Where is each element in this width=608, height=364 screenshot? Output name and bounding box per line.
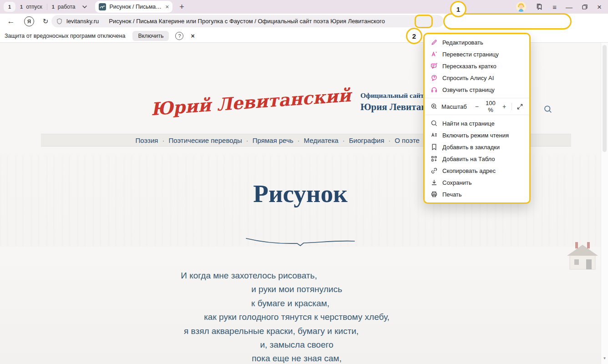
fullscreen-icon[interactable] — [517, 103, 523, 110]
nav-separator: · — [162, 136, 164, 144]
menu-item-label: Включить режим чтения — [442, 132, 509, 139]
menu-item-read-aloud[interactable]: Озвучить страницу — [425, 84, 529, 96]
nav-item-direct-speech[interactable]: Прямая речь — [253, 136, 294, 144]
annotation-marker-1: 1 — [450, 1, 466, 17]
address-toolbar: ← Я ↻ levitansky.ru Рисунок / Письма Кат… — [0, 14, 608, 29]
tab-bar: 1 1 отпуск 1 работа Рисунок / Письма Кат… — [0, 0, 608, 14]
tableau-grid-plus-icon — [431, 155, 438, 162]
nav-item-about[interactable]: О поэте — [395, 136, 420, 144]
active-tab[interactable]: Рисунок / Письма Кате × — [95, 1, 172, 13]
yandex-home-icon[interactable]: Я — [23, 14, 35, 29]
menu-item-label: Редактировать — [442, 39, 483, 46]
tab-group-count: 1 — [52, 4, 55, 10]
poem-line: я взял акварельные краски, бумагу и кист… — [0, 324, 568, 338]
menu-item-label: Перевести страницу — [442, 51, 499, 58]
printer-icon — [431, 191, 438, 198]
browser-actions-menu: Редактировать Перевести страницу Переска… — [423, 33, 531, 204]
tab-group-vacation[interactable]: 1 отпуск — [15, 2, 47, 12]
edit-pencil-icon — [431, 39, 438, 46]
menu-item-label: Скопировать адрес — [442, 167, 496, 174]
reader-mode-icon — [431, 131, 438, 139]
menu-item-find[interactable]: Найти на странице — [425, 117, 529, 129]
tab-group-count: 1 — [20, 4, 23, 10]
menu-item-label: Добавить на Табло — [442, 156, 495, 162]
headphones-icon — [431, 86, 438, 93]
poem-line: пока еще не зная сам, — [0, 352, 593, 364]
translate-icon — [431, 51, 438, 58]
tab-groups-chevron-down-icon[interactable] — [80, 2, 90, 12]
pinned-tab[interactable]: 1 — [4, 2, 15, 12]
menu-item-label: Озвучить страницу — [442, 86, 495, 93]
collections-icon[interactable] — [535, 3, 543, 11]
menu-item-label: Спросить Алису AI — [442, 75, 494, 81]
menu-item-label: Пересказать кратко — [442, 63, 497, 70]
nav-item-translations[interactable]: Поэтические переводы — [168, 136, 242, 144]
page-scrollbar[interactable]: ▼ — [601, 43, 608, 364]
help-icon[interactable]: ? — [175, 32, 183, 40]
menu-item-add-tableau[interactable]: Добавить на Табло — [425, 153, 529, 165]
zoom-in-button[interactable]: + — [502, 103, 507, 110]
enable-protection-button[interactable]: Включить — [132, 31, 169, 41]
zoom-separator — [512, 103, 512, 110]
tab-group-work[interactable]: 1 работа — [47, 2, 80, 12]
address-page-title: Рисунок / Письма Катерине или Прогулка с… — [109, 18, 439, 25]
scrollbar-down-arrow-icon[interactable]: ▼ — [601, 357, 608, 360]
window-restore-icon[interactable] — [582, 4, 588, 10]
scrollbar-thumb[interactable] — [603, 45, 607, 152]
menu-item-save[interactable]: Сохранить — [425, 177, 529, 188]
nav-separator: · — [388, 136, 390, 144]
menu-item-print[interactable]: Печать — [425, 188, 529, 200]
tab-group-label: работа — [58, 4, 76, 10]
ask-alice-chat-icon — [431, 74, 438, 81]
menu-item-label: Найти на странице — [442, 120, 495, 127]
reload-icon[interactable]: ↻ — [39, 14, 52, 29]
nav-item-poetry[interactable]: Поэзия — [135, 136, 158, 144]
nav-separator: · — [343, 136, 345, 144]
menu-item-label: Добавить в закладки — [442, 144, 500, 151]
warning-message: Защита от вредоносных программ отключена — [5, 33, 125, 39]
window-minimize-icon[interactable]: — — [566, 4, 573, 10]
download-icon — [431, 179, 438, 186]
nav-separator: · — [298, 136, 300, 144]
site-search-icon[interactable] — [543, 105, 552, 114]
zoom-out-button[interactable]: − — [474, 103, 480, 110]
annotation-marker-2: 2 — [406, 28, 422, 44]
tab-group-label: отпуск — [26, 4, 42, 10]
active-tab-title: Рисунок / Письма Кате — [109, 4, 162, 10]
menu-zoom-row: Масштаб − 100 % + — [425, 101, 529, 112]
warning-close-icon[interactable]: × — [191, 32, 194, 40]
zoom-label: Масштаб — [441, 103, 467, 110]
window-close-icon[interactable]: × — [597, 3, 602, 11]
menu-item-ask-alice[interactable]: Спросить Алису AI — [425, 72, 529, 84]
back-icon[interactable]: ← — [5, 14, 17, 29]
address-domain: levitansky.ru — [66, 18, 99, 25]
poem-line: И когда мне захотелось рисовать, — [0, 269, 546, 283]
profile-avatar[interactable] — [516, 2, 526, 12]
poem-line: к бумаге и краскам, — [0, 297, 587, 310]
menu-item-copy-address[interactable]: Скопировать адрес — [425, 165, 529, 177]
address-bar[interactable]: levitansky.ru Рисунок / Письма Катерине … — [51, 15, 444, 27]
site-favicon-icon — [99, 3, 106, 10]
menu-item-edit[interactable]: Редактировать — [425, 36, 529, 48]
menu-divider — [425, 115, 529, 115]
menu-item-translate[interactable]: Перевести страницу — [425, 48, 529, 60]
new-tab-button[interactable]: + — [176, 2, 187, 12]
summarize-chat-icon — [431, 62, 438, 70]
menu-divider — [425, 98, 529, 98]
zoom-magnifier-icon — [431, 103, 438, 110]
site-logo-signature[interactable]: Юрий Левитанский — [150, 85, 351, 120]
menu-item-add-bookmark[interactable]: Добавить в закладки — [425, 141, 529, 153]
shield-icon — [56, 18, 63, 25]
menu-item-reader-mode[interactable]: Включить режим чтения — [425, 129, 529, 141]
search-icon — [431, 120, 438, 127]
nav-separator: · — [246, 136, 248, 144]
ornament-flourish — [0, 236, 601, 247]
tab-close-icon[interactable]: × — [165, 4, 169, 10]
nav-item-media[interactable]: Медиатека — [304, 136, 339, 144]
menu-item-summarize-brief[interactable]: Пересказать кратко — [425, 60, 529, 72]
browser-menu-icon[interactable]: ≡ — [552, 4, 557, 10]
menu-item-label: Печать — [442, 191, 462, 198]
nav-item-biography[interactable]: Биография — [349, 136, 385, 144]
zoom-value: 100 % — [483, 100, 498, 113]
poem-text: И когда мне захотелось рисовать, и руки … — [0, 269, 593, 364]
